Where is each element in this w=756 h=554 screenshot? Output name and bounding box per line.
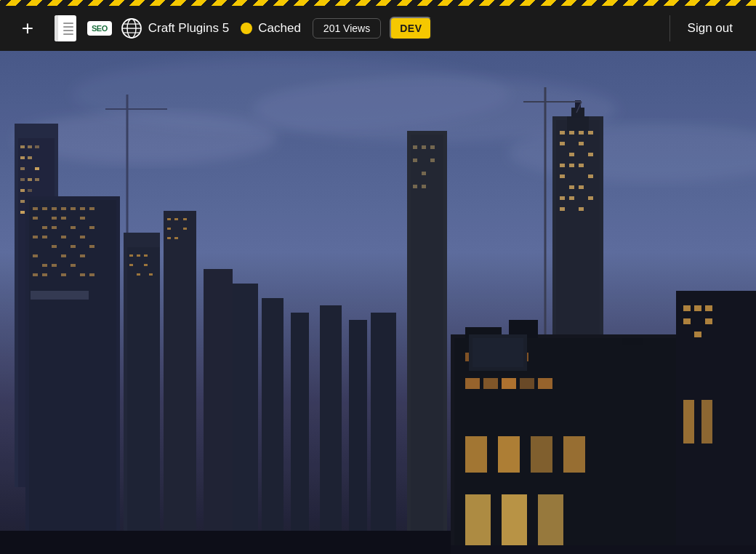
guide-icon-lines <box>63 23 73 35</box>
views-button[interactable]: 201 Views <box>313 18 381 39</box>
hazard-stripe <box>0 0 756 6</box>
guide-line-2 <box>63 26 73 28</box>
guide-button[interactable] <box>49 12 81 44</box>
cached-status: Cached <box>241 21 301 36</box>
svg-rect-165 <box>0 51 756 554</box>
plus-icon: + <box>22 17 33 40</box>
add-button[interactable]: + <box>12 12 44 44</box>
seo-button[interactable]: SEO <box>87 21 112 36</box>
main-content <box>0 51 756 554</box>
guide-line-1 <box>63 23 73 24</box>
site-name: Craft Plugins 5 <box>148 21 230 36</box>
cached-label: Cached <box>258 21 301 36</box>
guide-icon <box>55 15 76 41</box>
toolbar-divider <box>669 15 670 41</box>
dev-badge[interactable]: DEV <box>390 17 432 40</box>
toolbar: + SEO Craft Plugins 5 Cached 201 <box>0 6 756 51</box>
guide-line-4 <box>63 33 73 35</box>
globe-icon <box>121 17 142 39</box>
city-skyline <box>0 51 756 554</box>
site-info[interactable]: Craft Plugins 5 <box>121 17 230 39</box>
sign-out-button[interactable]: Sign out <box>676 15 744 41</box>
cached-dot <box>241 23 252 34</box>
city-background <box>0 51 756 554</box>
guide-line-3 <box>63 30 73 31</box>
